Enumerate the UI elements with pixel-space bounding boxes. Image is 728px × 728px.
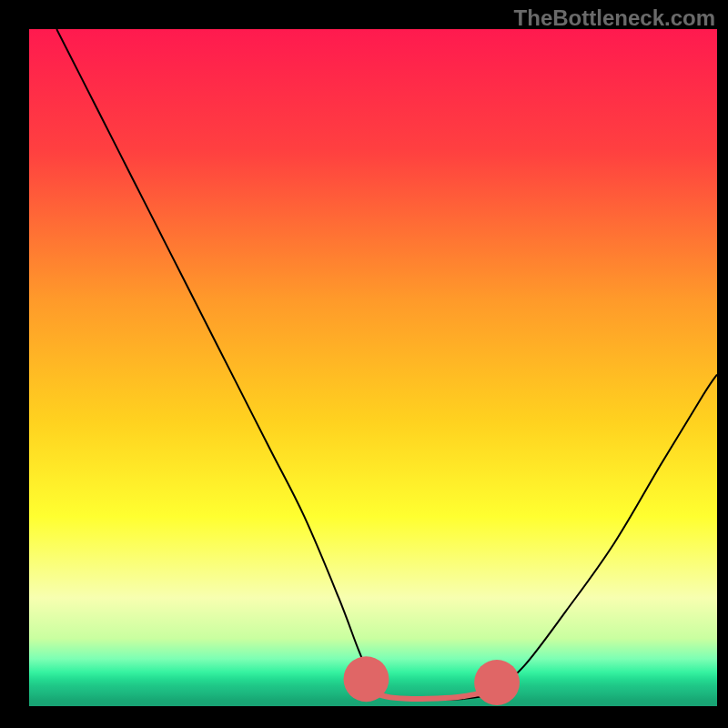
bottleneck-curve: [56, 29, 717, 700]
plot-area: [29, 29, 717, 706]
watermark-text: TheBottleneck.com: [514, 5, 715, 31]
highlight-end: [474, 660, 520, 705]
highlight-start: [343, 656, 389, 702]
curve-layer: [29, 29, 717, 706]
